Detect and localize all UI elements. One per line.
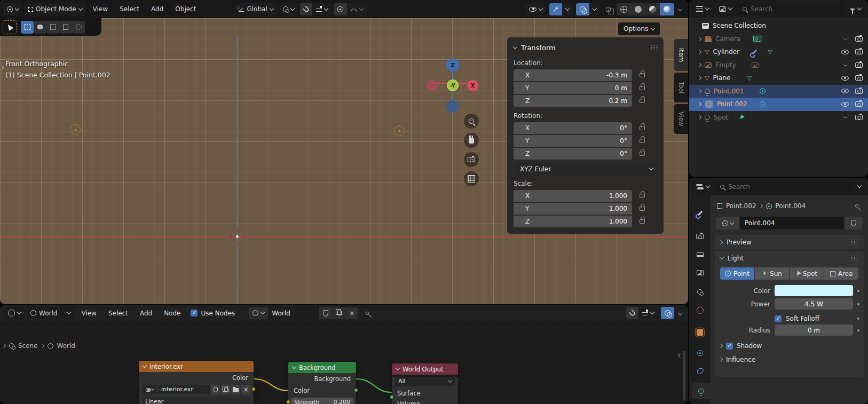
tab-output[interactable] — [689, 247, 711, 263]
image-unlink-button[interactable]: × — [241, 385, 250, 394]
animate-dot[interactable] — [857, 329, 859, 331]
expand-icon[interactable] — [697, 102, 701, 106]
visible-eye-icon[interactable] — [841, 50, 849, 54]
menu-select[interactable]: Select — [104, 310, 133, 317]
surface-socket[interactable] — [390, 395, 394, 399]
lock-icon[interactable] — [640, 126, 645, 130]
shader-type-dropdown[interactable]: World — [27, 307, 74, 319]
shading-wireframe-button[interactable] — [617, 3, 631, 15]
shadow-subpanel-header[interactable]: Shadow — [720, 342, 859, 350]
image-fake-user-button[interactable] — [211, 385, 220, 394]
radius-field[interactable]: 0 m — [775, 324, 853, 336]
env-color-output-socket[interactable] — [251, 387, 256, 391]
rotation-z-field[interactable]: Z0° — [514, 148, 632, 160]
shader-scrollbar[interactable] — [683, 351, 685, 400]
breadcrumb-object[interactable]: Point.002 — [726, 202, 756, 210]
world-unlink-button[interactable]: × — [345, 307, 358, 319]
mode-dropdown[interactable]: Object Mode — [25, 3, 86, 15]
breadcrumb-data[interactable]: Point.004 — [776, 202, 806, 210]
snap-settings-dropdown[interactable] — [312, 3, 332, 15]
expand-icon[interactable] — [697, 89, 701, 93]
snap-toggle[interactable] — [300, 3, 312, 15]
render-visibility-icon[interactable] — [855, 36, 863, 42]
location-y-field[interactable]: Y0 m — [514, 82, 632, 94]
render-visibility-icon[interactable] — [855, 101, 863, 107]
tool-select-box[interactable] — [21, 21, 34, 34]
tab-world[interactable] — [689, 302, 711, 318]
ortho-toggle-button[interactable] — [464, 171, 479, 186]
tool-select-extend[interactable] — [46, 21, 59, 34]
sidebar-tab-tool[interactable]: Tool — [674, 73, 688, 102]
image-name-field[interactable]: interior.exr — [158, 385, 210, 394]
active-tool-tweak[interactable] — [3, 20, 17, 34]
colorspace-dropdown[interactable]: Linear — [142, 397, 250, 404]
preview-panel-header[interactable]: Preview — [715, 235, 864, 249]
point-light-data-icon[interactable] — [760, 101, 766, 107]
pivot-dropdown[interactable] — [279, 3, 298, 15]
toolbar-expand-icon[interactable] — [1, 63, 3, 71]
point-light-gizmo-1[interactable] — [70, 124, 81, 135]
orientation-dropdown[interactable]: Global — [235, 3, 277, 15]
animate-dot[interactable] — [857, 290, 859, 292]
world-browse-dropdown[interactable] — [249, 307, 268, 319]
drag-dots-icon[interactable] — [650, 45, 658, 50]
image-data-icon[interactable] — [752, 62, 759, 68]
lock-icon[interactable] — [640, 194, 645, 198]
mesh-data-icon[interactable]: ▽ — [768, 49, 772, 55]
image-copy-button[interactable] — [221, 385, 230, 394]
lock-icon[interactable] — [640, 219, 645, 224]
navigation-gizmo[interactable]: Z X -Y — [424, 56, 483, 115]
sidebar-tab-item[interactable]: Item — [674, 39, 688, 71]
influence-subpanel-header[interactable]: Influence — [720, 356, 859, 363]
properties-search[interactable] — [716, 181, 851, 193]
node-background[interactable]: Background Background Color Strength 0.2… — [288, 362, 356, 404]
point-light-gizmo-2[interactable] — [394, 125, 405, 136]
gizmo-axis-neg-y[interactable]: -Y — [447, 80, 459, 91]
properties-editor-type-button[interactable] — [692, 180, 713, 193]
overlays-dropdown[interactable] — [589, 3, 600, 15]
transform-panel-header[interactable]: Transform — [514, 44, 658, 52]
row-point-001[interactable]: Point.001 — [689, 85, 868, 98]
pin-icon[interactable] — [855, 204, 858, 208]
gizmo-toggle[interactable]: ↗ — [549, 3, 562, 15]
outliner-search[interactable] — [738, 3, 843, 15]
shading-material-button[interactable] — [645, 3, 660, 15]
lock-icon[interactable] — [640, 207, 645, 211]
breadcrumb-scene[interactable]: Scene — [18, 342, 38, 350]
rotation-mode-dropdown[interactable]: XYZ Euler — [514, 163, 658, 175]
rotation-x-field[interactable]: X0° — [514, 122, 632, 134]
shader-editor-type-button[interactable] — [4, 307, 25, 319]
tab-constraints[interactable] — [689, 363, 711, 379]
hide-eye-closed-icon[interactable] — [842, 62, 849, 66]
row-point-002[interactable]: Point.002 — [689, 98, 868, 111]
background-color-socket[interactable] — [286, 400, 290, 404]
breadcrumb-world[interactable]: World — [57, 342, 75, 350]
animate-dot[interactable] — [857, 318, 859, 320]
shading-solid-button[interactable] — [631, 3, 645, 15]
camera-view-button[interactable] — [464, 152, 479, 167]
shading-rendered-button[interactable] — [660, 3, 674, 15]
camera-data-icon[interactable] — [752, 35, 763, 43]
menu-view[interactable]: View — [76, 310, 101, 317]
proportional-toggle[interactable] — [334, 3, 347, 15]
render-visibility-icon[interactable] — [855, 115, 863, 120]
tool-select-circle[interactable] — [72, 21, 85, 34]
world-name-field[interactable]: World — [268, 307, 319, 319]
outliner-filter-id-dropdown[interactable] — [715, 3, 736, 15]
render-visibility-icon[interactable] — [855, 62, 863, 68]
menu-add[interactable]: Add — [146, 5, 168, 13]
row-camera[interactable]: Camera — [689, 33, 868, 46]
visible-eye-icon[interactable] — [841, 76, 849, 81]
outliner-display-mode-dropdown[interactable] — [692, 3, 713, 15]
scale-y-field[interactable]: Y1.000 — [514, 203, 632, 215]
visible-eye-icon[interactable] — [841, 102, 849, 107]
tab-tool[interactable] — [689, 205, 711, 221]
node-environment-texture[interactable]: interior.exr Color interior.exr × Linear — [139, 361, 254, 404]
expand-icon[interactable] — [697, 37, 701, 41]
render-visibility-icon[interactable] — [855, 89, 863, 94]
power-field[interactable]: 4.5 W — [775, 298, 853, 310]
light-type-spot[interactable]: Spot — [790, 267, 824, 280]
lock-icon[interactable] — [640, 139, 645, 143]
tab-object[interactable] — [689, 324, 711, 340]
row-empty[interactable]: Empty — [689, 59, 868, 72]
